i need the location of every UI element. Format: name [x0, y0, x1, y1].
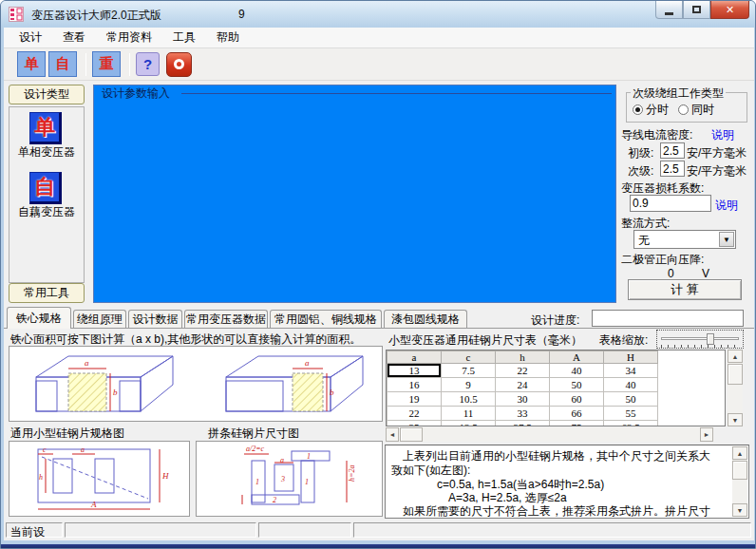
table-cell[interactable]: 25	[387, 421, 442, 427]
table-cell[interactable]: 34	[604, 364, 658, 378]
table-cell[interactable]: 16	[387, 378, 442, 392]
current-density-label: 导线电流密度:	[621, 127, 692, 143]
table-cell[interactable]: 62.5	[604, 421, 658, 427]
table-cell[interactable]: 37.5	[496, 421, 550, 427]
table-cell[interactable]: 50	[550, 378, 604, 392]
table-zoom-slider[interactable]	[656, 330, 744, 349]
minimize-button[interactable]	[655, 1, 683, 19]
table-header-row: a c h A H	[387, 351, 658, 364]
tab-core-spec[interactable]: 铁心规格	[7, 307, 71, 329]
menu-tools[interactable]: 工具	[165, 27, 203, 48]
tab-design-data[interactable]: 设计数据	[128, 310, 182, 329]
scroll-up-icon[interactable]: ▲	[732, 446, 747, 460]
toolbar-auto-transformer-button[interactable]: 自	[48, 51, 77, 77]
table-cell[interactable]: 33	[496, 407, 550, 421]
radio-simultaneous[interactable]	[678, 104, 689, 115]
table-cell[interactable]: 60	[550, 392, 604, 407]
f1-dim-c: c	[43, 445, 47, 454]
tab-enameled-wire-spec[interactable]: 漆包圆线规格	[384, 310, 467, 329]
design-panel-caption-rule	[181, 93, 612, 94]
scroll-up-icon[interactable]: ▲	[728, 350, 743, 363]
f2-piece-3: 3	[280, 475, 285, 483]
status-bar: 当前设计:	[4, 520, 754, 540]
note-line: 如果所需要的尺寸不符合上表，推荐采用条式拚片。拚片尺寸	[391, 503, 724, 519]
tab-winding-principle[interactable]: 绕组原理	[73, 310, 126, 329]
secondary-density-input[interactable]	[660, 161, 685, 177]
diode-drop-unit: V	[702, 267, 709, 280]
column-header-c: c	[442, 351, 496, 364]
help-icon[interactable]: ?	[136, 52, 160, 76]
close-button[interactable]: ✕	[710, 1, 749, 19]
scroll-thumb[interactable]	[732, 461, 747, 480]
loss-factor-help-link[interactable]: 说明	[715, 198, 738, 214]
calculate-button[interactable]: 计 算	[628, 279, 742, 300]
scroll-thumb[interactable]	[728, 364, 743, 385]
table-cell[interactable]: 19	[387, 392, 442, 407]
table-cell[interactable]: 11	[442, 407, 496, 421]
radio-simultaneous-label: 同时	[691, 102, 714, 118]
column-header-A: A	[550, 351, 604, 364]
table-cell[interactable]: 9	[442, 378, 496, 392]
table-cell[interactable]: 10.5	[442, 392, 496, 407]
table-cell-selected[interactable]: 13	[387, 364, 442, 378]
table-cell[interactable]: 7.5	[442, 364, 496, 378]
table-cell[interactable]: 22	[387, 407, 442, 421]
scroll-down-icon[interactable]: ▼	[732, 503, 747, 517]
column-header-a: a	[387, 351, 442, 364]
table-cell[interactable]: 55	[604, 407, 658, 421]
scroll-left-icon[interactable]: ◄	[386, 427, 399, 442]
menu-bar: 设计 查看 常用资料 工具 帮助	[4, 28, 754, 48]
table-cell[interactable]: 24	[496, 378, 550, 392]
scroll-right-icon[interactable]: ►	[700, 427, 713, 442]
table-zoom-label: 表格缩放:	[599, 332, 648, 349]
exit-icon[interactable]	[166, 52, 192, 77]
tab-wire-spec[interactable]: 常用圆铝、铜线规格	[270, 310, 382, 329]
f2-piece-1-top: 1	[307, 452, 311, 461]
f1-dim-A: A	[90, 500, 97, 509]
menu-view[interactable]: 查看	[55, 27, 93, 48]
primary-density-input[interactable]	[660, 142, 685, 159]
minimize-icon	[665, 12, 673, 15]
menu-help[interactable]: 帮助	[209, 27, 247, 48]
notes-vertical-scrollbar[interactable]: ▲ ▼	[732, 446, 747, 517]
current-density-help-link[interactable]: 说明	[711, 127, 734, 143]
sidebar-footer-common-tools[interactable]: 常用工具	[9, 283, 85, 303]
loss-factor-input[interactable]	[630, 195, 711, 212]
table-cell[interactable]: 30	[496, 392, 550, 407]
iso2-dim-a: a	[305, 358, 310, 368]
table-cell[interactable]: 40	[550, 364, 604, 378]
diode-drop-label: 二极管正向压降:	[621, 252, 704, 268]
menu-reference[interactable]: 常用资料	[99, 27, 160, 48]
steel-sheet-notes-box: 上表列出目前通用的小型硅钢片规格，其中个尺寸之间关系大 致如下(如左图): c=…	[385, 445, 749, 519]
menu-design[interactable]: 设计	[11, 27, 49, 48]
rectifier-mode-select[interactable]: 无 ▼	[633, 230, 736, 249]
tab-common-transformer-data[interactable]: 常用变压器数据	[184, 310, 268, 329]
table-cell[interactable]: 22	[496, 364, 550, 378]
single-phase-transformer-icon[interactable]: 单	[29, 112, 62, 144]
maximize-button[interactable]	[683, 1, 710, 19]
sidebar-header-design-type[interactable]: 设计类型	[9, 85, 85, 104]
table-vertical-scrollbar[interactable]: ▲ ▼	[728, 350, 743, 426]
lamination-figure-label: 通用小型硅钢片规格图	[10, 426, 124, 442]
steel-sheet-table-title: 小型变压器通用硅钢片尺寸表（毫米）	[388, 332, 582, 349]
scroll-down-icon[interactable]: ▼	[728, 413, 743, 426]
design-progress-field[interactable]	[592, 310, 744, 327]
toolbar-single-phase-button[interactable]: 单	[17, 51, 46, 77]
auto-transformer-icon[interactable]: 自	[29, 172, 62, 204]
slider-thumb[interactable]	[707, 333, 714, 345]
table-cell[interactable]: 12.5	[442, 421, 496, 427]
table-cell[interactable]: 40	[604, 378, 658, 392]
single-phase-transformer-label: 单相变压器	[9, 144, 85, 161]
toolbar-redesign-button[interactable]: 重	[92, 51, 121, 77]
chevron-down-icon[interactable]: ▼	[719, 232, 734, 247]
radio-time-shared[interactable]	[633, 104, 643, 115]
secondary-density-label: 次级:	[628, 163, 653, 180]
scroll-thumb[interactable]	[400, 427, 423, 442]
steel-sheet-size-table: a c h A H 13 7.5 22 40 34 16 9	[386, 350, 726, 426]
table-cell[interactable]: 75	[550, 421, 604, 427]
table-cell[interactable]: 66	[550, 407, 604, 421]
iso-dim-b: b	[113, 388, 118, 397]
table-cell[interactable]: 50	[604, 392, 658, 407]
strip-dimension-figure: 1 1 3 1 2 a/2=c a h=2a	[196, 441, 383, 517]
table-horizontal-scrollbar[interactable]: ◄ ►	[386, 427, 713, 442]
